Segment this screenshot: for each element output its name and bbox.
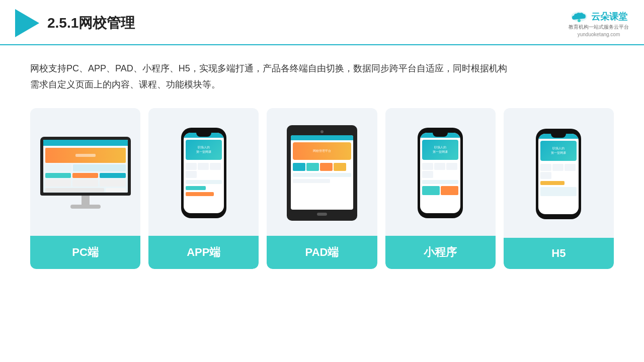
app-phone-screen: 职场人的第一堂网课: [184, 133, 224, 213]
app-image-area: 职场人的第一堂网课: [148, 108, 259, 236]
miniprogram-image-area: 职场人的第一堂网课: [385, 108, 496, 236]
pad-tablet-frame: 网校管理平台: [287, 125, 357, 221]
brand-url: yunduoketang.com: [578, 32, 620, 37]
page-title: 2.5.1网校管理: [47, 14, 135, 33]
page-header: 2.5.1网校管理 云朵课堂 教育机构一站式服务云平台 yunduoketang…: [0, 0, 644, 45]
h5-phone-mock: 职场人的第一堂网课: [536, 129, 581, 219]
logo-triangle-icon: [15, 9, 39, 37]
brand-logo: 云朵课堂: [570, 10, 627, 24]
brand-name: 云朵课堂: [591, 11, 627, 23]
cloud-icon: [570, 10, 588, 24]
app-label: APP端: [148, 236, 259, 269]
miniprogram-phone-mock: 职场人的第一堂网课: [418, 128, 463, 218]
miniprogram-card: 职场人的第一堂网课: [385, 108, 496, 269]
app-card: 职场人的第一堂网课: [148, 108, 259, 269]
monitor-stand-base: [70, 205, 101, 209]
cards-grid: PC端 职场人的第一堂网课: [30, 108, 614, 269]
pad-image-area: 网校管理平台: [267, 108, 377, 236]
miniprogram-phone-frame: 职场人的第一堂网课: [418, 128, 463, 218]
pad-tablet-mock: 网校管理平台: [287, 125, 357, 221]
h5-phone-frame: 职场人的第一堂网课: [536, 129, 581, 219]
pc-label: PC端: [30, 236, 140, 269]
h5-label: H5: [504, 238, 614, 269]
pad-tablet-screen: 网校管理平台: [291, 135, 353, 210]
monitor-stand-neck: [82, 196, 90, 205]
header-left: 2.5.1网校管理: [15, 9, 135, 37]
h5-card: 职场人的第一堂网课: [504, 108, 614, 269]
pc-mock: [40, 137, 131, 209]
brand-tagline: 教育机构一站式服务云平台: [569, 24, 629, 31]
miniprogram-phone-screen: 职场人的第一堂网课: [420, 133, 460, 213]
pad-label: PAD端: [267, 236, 377, 269]
pad-card: 网校管理平台: [267, 108, 377, 269]
h5-image-area: 职场人的第一堂网课: [504, 108, 614, 238]
main-content: 网校支持PC、APP、PAD、小程序、H5，实现多端打通，产品各终端自由切换，数…: [0, 45, 644, 284]
miniprogram-label: 小程序: [385, 236, 496, 269]
monitor-screen: [43, 140, 128, 193]
app-phone-frame: 职场人的第一堂网课: [181, 128, 226, 218]
pc-image-area: [30, 108, 140, 236]
h5-phone-screen: 职场人的第一堂网课: [538, 134, 579, 214]
description-text: 网校支持PC、APP、PAD、小程序、H5，实现多端打通，产品各终端自由切换，数…: [30, 60, 614, 93]
monitor-frame: [40, 137, 131, 196]
app-phone-mock: 职场人的第一堂网课: [181, 128, 226, 218]
pc-card: PC端: [30, 108, 140, 269]
header-right: 云朵课堂 教育机构一站式服务云平台 yunduoketang.com: [569, 10, 629, 37]
